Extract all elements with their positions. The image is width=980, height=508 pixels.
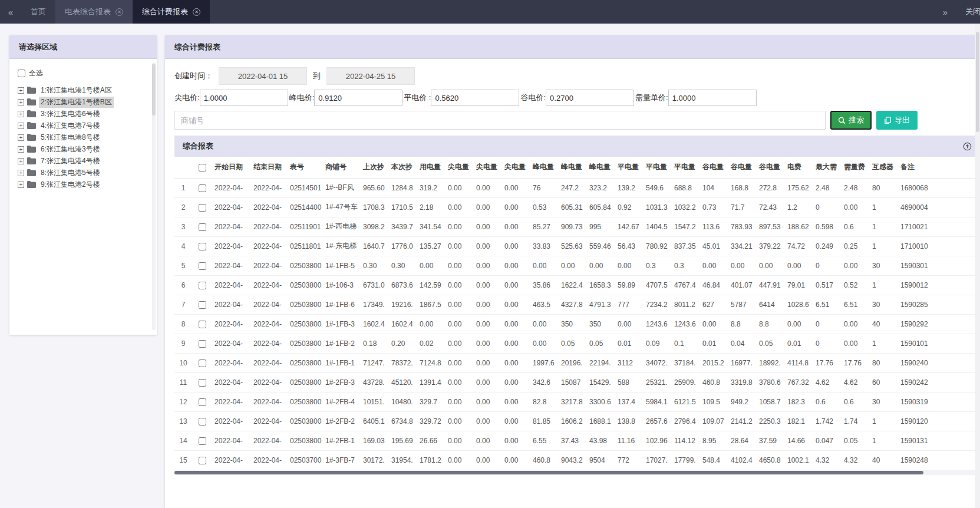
search-button[interactable]: 搜索 [830,111,872,130]
tree-item-label[interactable]: 9:张江集电港2号楼 [39,179,102,190]
sidebar-scrollbar-thumb[interactable] [152,64,156,116]
column-header[interactable]: 尖电量 [446,157,474,178]
tree-item-label[interactable]: 7:张江集电港4号楼 [39,156,102,167]
tab-close-icon[interactable]: ✕ [116,8,123,16]
tree-item[interactable]: +4:张江集电港7号楼 [18,120,149,131]
select-all-checkbox[interactable] [18,70,25,77]
column-header[interactable]: 谷电量 [700,157,728,178]
column-header[interactable]: 峰电量 [587,157,615,178]
column-header[interactable]: 电费 [785,157,813,178]
tabs-scroll-right-icon[interactable]: » [935,7,956,17]
column-header[interactable]: 开始日期 [212,157,251,178]
tab-close-icon[interactable]: ✕ [193,8,200,16]
tree-item[interactable]: +1:张江集电港1号楼A区 [18,84,149,96]
tree-item[interactable]: +8:张江集电港5号楼 [18,167,149,179]
tree-item-label[interactable]: 6:张江集电港3号楼 [39,144,102,155]
tab-meter-report[interactable]: 电表综合报表✕ [55,0,133,24]
select-all-row[interactable]: 全选 [18,68,149,78]
tree-item[interactable]: +6:张江集电港3号楼 [18,143,149,155]
start-date-input[interactable] [219,67,307,85]
page-vertical-scrollbar[interactable] [975,24,980,508]
price-input[interactable] [200,90,288,106]
row-checkbox[interactable] [199,359,206,367]
column-header[interactable]: 尖电量 [474,157,502,178]
select-all-rows-checkbox[interactable] [199,164,206,171]
row-checkbox[interactable] [199,437,206,445]
row-checkbox[interactable] [199,457,206,464]
tree-item[interactable]: +7:张江集电港4号楼 [18,155,149,167]
table-cell: 548.4 [700,450,728,470]
row-checkbox[interactable] [199,204,206,212]
export-button[interactable]: 导出 [876,111,918,130]
column-header[interactable]: 上次抄 [361,157,389,178]
tree-item[interactable]: +5:张江集电港8号楼 [18,131,149,143]
price-input[interactable] [431,90,519,106]
column-header[interactable]: 互感器 [870,157,898,178]
tree-expand-icon[interactable]: + [18,134,24,141]
column-header[interactable]: 平电量 [644,157,672,178]
tree-item-label[interactable]: 1:张江集电港1号楼A区 [39,85,114,96]
column-header[interactable]: 用电量 [417,157,446,178]
tab-billing-report[interactable]: 综合计费报表✕ [133,0,210,24]
column-header[interactable]: 商铺号 [323,157,361,178]
column-header[interactable]: 表号 [288,157,323,178]
column-header[interactable]: 本次抄 [389,157,417,178]
row-checkbox[interactable] [199,301,206,309]
column-header[interactable]: 平电量 [672,157,700,178]
folder-icon [27,98,36,105]
end-date-input[interactable] [326,67,415,85]
column-header[interactable]: 谷电量 [728,157,757,178]
row-checkbox[interactable] [199,262,206,270]
tree-item-label[interactable]: 3:张江集电港6号楼 [39,108,102,120]
tree-item-label[interactable]: 5:张江集电港8号楼 [39,132,102,143]
tree-expand-icon[interactable]: + [18,170,24,176]
shop-number-input[interactable] [174,111,826,130]
close-operations-menu[interactable]: 关闭操 [965,6,980,17]
tree-expand-icon[interactable]: + [18,158,24,164]
tree-expand-icon[interactable]: + [18,123,24,129]
tree-item-label[interactable]: 2:张江集电港1号楼B区 [39,97,114,108]
column-header[interactable]: 结束日期 [251,157,288,178]
column-header[interactable]: 平电量 [615,157,644,178]
tree-item[interactable]: +2:张江集电港1号楼B区 [18,96,149,108]
table-cell: 2022-04- [251,392,288,411]
price-input[interactable] [546,90,634,106]
column-header[interactable]: 备注 [898,157,980,178]
table-horizontal-scrollbar-thumb[interactable] [174,471,923,474]
price-input[interactable] [314,90,402,106]
column-header[interactable]: 最大需 [813,157,842,178]
tree-item-label[interactable]: 4:张江集电港7号楼 [39,120,102,131]
column-header[interactable]: 需量费 [842,157,870,178]
tree-expand-icon[interactable]: + [18,87,24,94]
row-checkbox[interactable] [199,223,206,231]
table-horizontal-scrollbar[interactable] [174,470,980,475]
table-cell: 3439.7 [389,217,417,236]
column-header[interactable]: 峰电量 [530,157,559,178]
column-header[interactable]: 谷电量 [757,157,785,178]
row-checkbox[interactable] [199,418,206,425]
column-header[interactable]: 峰电量 [559,157,587,178]
tree-expand-icon[interactable]: + [18,146,24,153]
row-checkbox[interactable] [199,243,206,250]
tabs-scroll-left-icon[interactable]: « [0,0,21,24]
tree-item[interactable]: +9:张江集电港2号楼 [18,179,149,190]
table-cell: 2022-04- [251,256,288,275]
row-checkbox[interactable] [199,340,206,348]
tree-expand-icon[interactable]: + [18,99,24,105]
tab-home[interactable]: 首页 [21,0,55,24]
tree-expand-icon[interactable]: + [18,182,24,188]
sidebar-scrollbar[interactable] [152,62,156,330]
row-checkbox[interactable] [199,282,206,289]
tree-expand-icon[interactable]: + [18,111,24,117]
page-vertical-scrollbar-thumb[interactable] [976,32,979,132]
table-cell: 0.3 [672,256,700,275]
panel-collapse-icon[interactable] [963,142,972,151]
row-checkbox[interactable] [199,321,206,328]
row-checkbox[interactable] [199,379,206,387]
row-checkbox[interactable] [199,184,206,192]
row-checkbox[interactable] [199,398,206,406]
price-input[interactable] [668,90,757,106]
column-header[interactable]: 尖电量 [502,157,530,178]
tree-item[interactable]: +3:张江集电港6号楼 [18,108,149,120]
tree-item-label[interactable]: 8:张江集电港5号楼 [39,167,102,179]
